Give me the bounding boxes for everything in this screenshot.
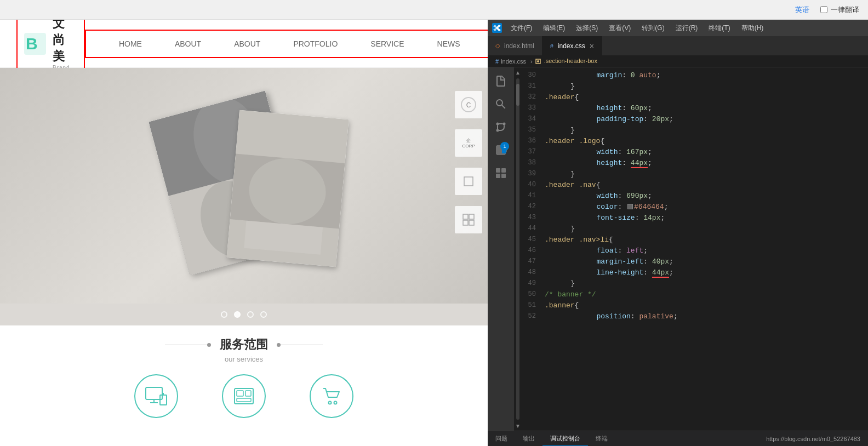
nav-service[interactable]: SERVICE — [354, 39, 420, 48]
svg-rect-26 — [237, 398, 251, 402]
code-line-47: 47 margin-left: 40px; — [522, 256, 868, 267]
translate-checkbox[interactable] — [820, 6, 827, 13]
code-line-35: 35 } — [522, 124, 868, 135]
code-editor[interactable]: 30 margin: 0 auto; 31 } 32 .header{ — [522, 67, 868, 431]
svg-rect-34 — [496, 168, 500, 173]
svg-rect-13 — [464, 177, 473, 186]
side-icon-square[interactable] — [455, 168, 482, 195]
vscode-code-area: 1 ▲ ▼ 30 margin: 0 aut — [488, 67, 868, 431]
nav-news[interactable]: NEWS — [421, 39, 477, 48]
code-line-44: 44 } — [522, 223, 868, 234]
banner-dots — [0, 304, 488, 325]
code-line-31: 31 } — [522, 81, 868, 92]
service-circle-1[interactable] — [134, 374, 178, 418]
scroll-up[interactable]: ▲ — [514, 68, 522, 76]
menu-run[interactable]: 运行(R) — [670, 20, 704, 36]
activity-extensions[interactable]: 1 — [492, 141, 510, 159]
code-line-46: 46 float: left; — [522, 245, 868, 256]
panel-tab-problems[interactable]: 问题 — [488, 431, 515, 446]
activity-bar: 1 — [488, 67, 514, 431]
nav-about1[interactable]: ABOUT — [158, 39, 218, 48]
code-line-49: 49 } — [522, 278, 868, 289]
side-icon-enterprise[interactable]: 企CORP — [455, 129, 482, 157]
scroll-track[interactable] — [516, 78, 519, 420]
vscode-titlebar: 文件(F) 编辑(E) 选择(S) 查看(V) 转到(G) 运行(R) 终端(T… — [488, 20, 868, 36]
vscode-menu: 文件(F) 编辑(E) 选择(S) 查看(V) 转到(G) 运行(R) 终端(T… — [505, 20, 769, 36]
activity-debug[interactable] — [492, 164, 510, 182]
dot-1[interactable] — [221, 311, 227, 318]
code-line-32: 32 .header{ — [522, 92, 868, 102]
code-line-52: 52 position: palative; — [522, 311, 868, 322]
svg-rect-24 — [237, 391, 243, 396]
code-line-51: 51 .banner{ — [522, 300, 868, 311]
nav-about2[interactable]: ABOUT — [218, 39, 277, 48]
banner-image: C 企CORP — [0, 68, 488, 304]
panel-url: https://blog.csdn.net/m0_52267483 — [766, 436, 868, 442]
svg-point-30 — [496, 123, 499, 125]
dot-3[interactable] — [247, 311, 254, 318]
browser-bar: 英语 一律翻译 — [0, 0, 868, 20]
service-circle-2[interactable] — [222, 374, 266, 418]
panel-tab-debug[interactable]: 调试控制台 — [542, 431, 588, 446]
code-line-30: 30 margin: 0 auto; — [522, 70, 868, 81]
service-icon-monitor — [134, 374, 178, 418]
menu-view[interactable]: 查看(V) — [603, 20, 636, 36]
menu-help[interactable]: 帮助(H) — [736, 20, 769, 36]
site-services: 服务范围 our services — [0, 325, 488, 446]
dot-4[interactable] — [260, 311, 267, 318]
menu-file[interactable]: 文件(F) — [505, 20, 538, 36]
menu-select[interactable]: 选择(S) — [570, 20, 603, 36]
html-tab-label: index.html — [504, 42, 534, 50]
svg-rect-35 — [501, 168, 506, 173]
svg-rect-17 — [469, 220, 474, 225]
activity-search[interactable] — [492, 95, 510, 113]
browser-translate-option[interactable]: 一律翻译 — [820, 5, 859, 15]
extension-badge: 1 — [500, 142, 509, 151]
code-line-34: 34 padding-top: 20px; — [522, 113, 868, 124]
menu-goto[interactable]: 转到(G) — [636, 20, 670, 36]
scroll-thumb[interactable] — [516, 84, 519, 106]
scroll-down[interactable]: ▼ — [514, 422, 522, 430]
activity-files[interactable] — [492, 72, 510, 90]
css-tab-label: index.css — [558, 42, 585, 50]
code-line-42: 42 color: #646464; — [522, 201, 868, 212]
panel-tab-output[interactable]: 输出 — [515, 431, 542, 446]
vscode-scrollbar-vert[interactable]: ▲ ▼ — [514, 67, 522, 431]
menu-edit[interactable]: 编辑(E) — [538, 20, 570, 36]
svg-text:B: B — [26, 35, 38, 53]
services-title-cn: 服务范围 — [220, 336, 268, 353]
svg-text:C: C — [466, 101, 471, 109]
tab-index-html[interactable]: ◇ index.html — [488, 36, 542, 55]
svg-rect-14 — [463, 214, 468, 219]
nav-contact[interactable]: CONTACT — [477, 39, 488, 48]
side-icon-grid[interactable] — [455, 206, 482, 233]
services-line-right — [279, 345, 323, 345]
services-line-left — [165, 345, 209, 345]
service-circle-3[interactable] — [310, 374, 353, 418]
site-header: B 博文尚美 Brand Design & Planning HOME ABOU… — [0, 20, 488, 68]
side-icon-circle[interactable]: C — [455, 91, 482, 118]
svg-point-32 — [496, 129, 499, 132]
svg-rect-25 — [245, 391, 251, 396]
svg-point-31 — [503, 123, 506, 125]
breadcrumb-sep1: index.css — [501, 58, 526, 65]
code-line-33: 33 height: 60px; — [522, 102, 868, 113]
main-area: B 博文尚美 Brand Design & Planning HOME ABOU… — [0, 20, 868, 446]
mag-page-2 — [227, 110, 349, 267]
tab-index-css[interactable]: # index.css × — [542, 36, 602, 55]
nav-portfolio[interactable]: PROTFOLIO — [277, 39, 354, 48]
browser-lang[interactable]: 英语 — [795, 5, 809, 15]
site-nav: HOME ABOUT ABOUT PROTFOLIO SERVICE NEWS … — [85, 30, 488, 58]
svg-rect-15 — [469, 214, 474, 219]
menu-terminal[interactable]: 终端(T) — [703, 20, 735, 36]
svg-rect-36 — [496, 174, 500, 178]
website-preview: B 博文尚美 Brand Design & Planning HOME ABOU… — [0, 20, 488, 446]
nav-home[interactable]: HOME — [102, 39, 158, 48]
code-line-36: 36 .header .logo{ — [522, 135, 868, 146]
code-line-48: 48 line-height: 44px; — [522, 267, 868, 278]
dot-2[interactable] — [234, 311, 241, 318]
activity-git[interactable] — [492, 118, 510, 136]
css-tab-close[interactable]: × — [590, 42, 594, 50]
vscode-panel: 文件(F) 编辑(E) 选择(S) 查看(V) 转到(G) 运行(R) 终端(T… — [488, 20, 868, 446]
panel-tab-terminal[interactable]: 终端 — [588, 431, 615, 446]
